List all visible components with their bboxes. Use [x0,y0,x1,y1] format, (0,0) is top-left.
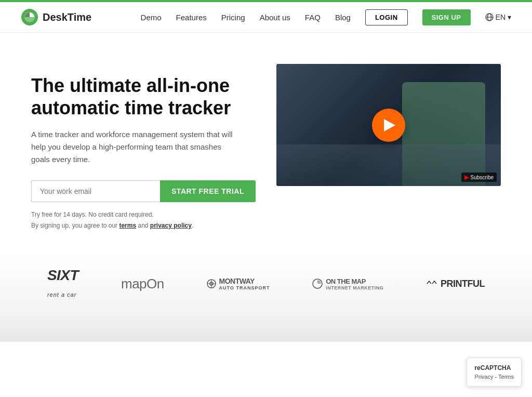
youtube-badge: ▶ Subscribe [461,173,497,182]
login-button[interactable]: LOGIN [365,9,408,25]
header: DeskTime Demo Features Pricing About us … [0,2,532,33]
logo-text: DeskTime [43,11,91,23]
email-form: START FREE TRIAL [31,180,256,202]
nav-about[interactable]: About us [260,13,290,22]
cookie-title: reCAPTCHA [474,364,514,372]
start-trial-button[interactable]: START FREE TRIAL [160,180,256,202]
brand-onthemap: ON THE MAPINTERNET MARKETING [312,277,383,290]
montway-icon [207,279,216,288]
signup-button[interactable]: SIGN UP [422,9,471,25]
globe-icon [485,13,494,21]
onthemap-icon [312,279,323,289]
play-icon [384,119,395,131]
cookie-notice: reCAPTCHA Privacy - Terms [467,358,522,387]
hero-disclaimer: Try free for 14 days. No credit card req… [31,209,256,231]
brand-mapon: mapOn [121,276,164,292]
cookie-text: Privacy - Terms [474,374,514,380]
chevron-down-icon: ▾ [508,13,511,21]
brand-montway: MONTWAYAUTO TRANSPORT [207,277,270,290]
hero-content: The ultimate all-in-one automatic time t… [31,64,256,231]
privacy-link[interactable]: privacy policy [150,222,192,229]
brand-sixt: SIXTrent a car [47,267,78,300]
hero-video: ▶ Subscribe [276,64,501,186]
productivity-section: Use time tracking software to boost prod… [0,373,532,397]
email-input[interactable] [31,180,160,202]
nav-pricing[interactable]: Pricing [221,13,245,22]
nav-features[interactable]: Features [176,13,207,22]
logo[interactable]: DeskTime [21,8,91,26]
play-button[interactable] [372,109,405,142]
hero-title: The ultimate all-in-one automatic time t… [31,74,256,119]
hero-subtitle: A time tracker and workforce management … [31,128,239,166]
video-thumbnail[interactable]: ▶ Subscribe [276,64,501,186]
main-nav: Demo Features Pricing About us FAQ Blog … [141,9,511,25]
language-selector[interactable]: EN ▾ [485,13,511,21]
nav-demo[interactable]: Demo [141,13,162,22]
logo-icon [21,8,38,26]
trusted-brands-section: SIXTrent a car mapOn MONTWAYAUTO TRANSPO… [0,252,532,342]
printful-icon [426,280,437,287]
nav-blog[interactable]: Blog [335,13,351,22]
hero-section: The ultimate all-in-one automatic time t… [0,33,532,252]
terms-link[interactable]: terms [119,222,136,229]
nav-faq[interactable]: FAQ [305,13,321,22]
wave-separator [0,342,532,373]
youtube-logo-icon: ▶ [464,174,469,181]
lang-label: EN [496,13,506,21]
brand-printful: PRINTFUL [426,279,485,289]
